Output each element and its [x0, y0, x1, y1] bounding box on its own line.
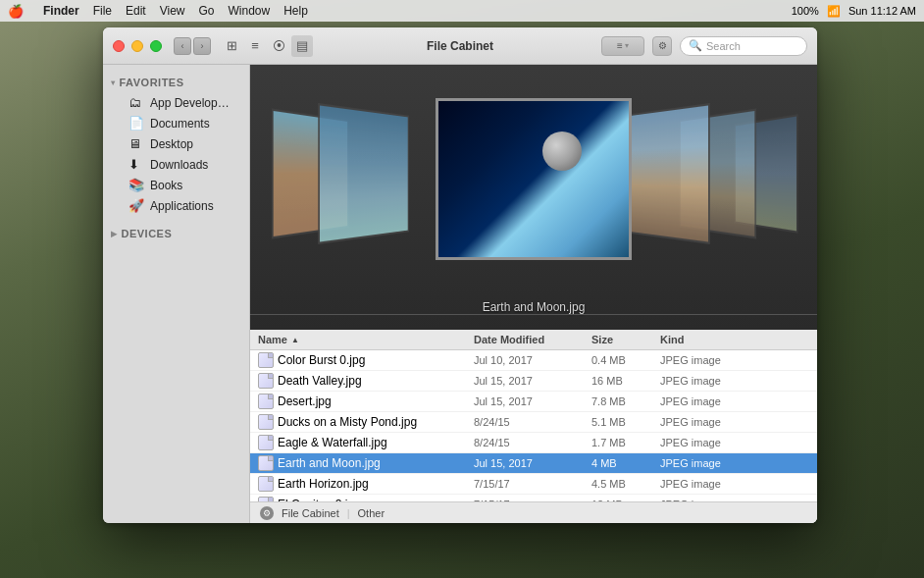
sidebar-item-app-development[interactable]: 🗂 App Development [107, 92, 245, 113]
file-size: 1.7 MB [591, 437, 660, 448]
status-gear-button[interactable]: ⚙ [260, 506, 274, 520]
file-name-cell: Color Burst 0.jpg [258, 352, 474, 368]
file-kind: JPEG image [660, 416, 809, 428]
menubar-battery: 100% [792, 5, 819, 17]
sidebar-item-books[interactable]: 📚 Books [107, 175, 245, 195]
view-buttons: ⊞ ≡ ⦿ ▤ [221, 35, 313, 57]
search-box[interactable]: 🔍 Search [680, 36, 807, 56]
file-name: Earth Horizon.jpg [278, 477, 474, 491]
menubar-view[interactable]: View [160, 4, 185, 18]
file-size: 7.8 MB [591, 395, 660, 407]
table-row[interactable]: Eagle & Waterfall.jpg 8/24/15 1.7 MB JPE… [250, 433, 817, 453]
el-capitan-image [620, 105, 708, 241]
back-button[interactable]: ‹ [174, 37, 191, 55]
menubar-window[interactable]: Window [229, 4, 271, 18]
table-row[interactable]: Desert.jpg Jul 15, 2017 7.8 MB JPEG imag… [250, 392, 817, 412]
minimize-button[interactable] [131, 40, 143, 52]
maximize-button[interactable] [150, 40, 162, 52]
menubar: 🍎 Finder File Edit View Go Window Help 1… [0, 0, 924, 22]
menubar-wifi: 📶 [827, 5, 841, 18]
sidebar-item-label: App Development [150, 96, 235, 110]
file-kind: JPEG image [660, 437, 809, 448]
jpeg-icon [258, 414, 274, 430]
file-name-cell: Desert.jpg [258, 394, 474, 409]
table-row[interactable]: Earth and Moon.jpg Jul 15, 2017 4 MB JPE… [250, 453, 817, 474]
applications-icon: 🚀 [128, 198, 144, 213]
nav-buttons: ‹ › [174, 37, 211, 55]
sort-button[interactable]: ≡▾ [601, 36, 644, 56]
search-placeholder: Search [706, 40, 741, 52]
ducks-image [320, 105, 408, 241]
view-list-button[interactable]: ≡ [244, 35, 266, 57]
cf-item-center[interactable] [436, 98, 632, 260]
titlebar: ‹ › ⊞ ≡ ⦿ ▤ File Cabinet ≡▾ ⚙ 🔍 Search [103, 27, 817, 65]
sidebar-item-label: Desktop [150, 137, 193, 151]
table-row[interactable]: Earth Horizon.jpg 7/15/17 4.5 MB JPEG im… [250, 474, 817, 495]
menubar-go[interactable]: Go [199, 4, 215, 18]
jpeg-icon [258, 373, 274, 389]
file-name: Desert.jpg [278, 394, 474, 408]
content-pane: Earth and Moon.jpg Name ▲ Date Modified … [250, 65, 817, 523]
menubar-edit[interactable]: Edit [126, 4, 146, 18]
books-icon: 📚 [128, 178, 144, 192]
jpeg-icon [258, 435, 274, 450]
file-name: Earth and Moon.jpg [278, 456, 474, 470]
sidebar-item-desktop[interactable]: 🖥 Desktop [107, 133, 245, 154]
table-row[interactable]: Color Burst 0.jpg Jul 10, 2017 0.4 MB JP… [250, 350, 817, 371]
forward-button[interactable]: › [193, 37, 211, 55]
file-date: 8/24/15 [474, 437, 591, 448]
sidebar-item-label: Documents [150, 117, 210, 131]
table-row[interactable]: El Capitan 2.jpg 7/15/17 12 MB JPEG imag… [250, 495, 817, 501]
file-name-cell: Earth Horizon.jpg [258, 476, 474, 492]
file-kind: JPEG image [660, 354, 809, 366]
sidebar: ▾ Favorites 🗂 App Development 📄 Document… [103, 65, 250, 523]
jpeg-icon [258, 497, 274, 501]
traffic-lights [113, 40, 162, 52]
menubar-time: Sun 11:12 AM [848, 5, 916, 17]
sidebar-item-downloads[interactable]: ⬇ Downloads [107, 154, 245, 175]
file-name: Death Valley.jpg [278, 374, 474, 388]
view-column-button[interactable]: ⦿ [268, 35, 289, 57]
toolbar-right: ≡▾ ⚙ 🔍 Search [601, 36, 807, 56]
search-icon: 🔍 [689, 39, 702, 52]
col-header-kind[interactable]: Kind [660, 334, 809, 345]
col-header-name[interactable]: Name ▲ [258, 334, 474, 345]
main-content: ▾ Favorites 🗂 App Development 📄 Document… [103, 65, 817, 523]
sidebar-item-label: Downloads [150, 158, 208, 172]
documents-icon: 📄 [128, 116, 144, 131]
col-header-date[interactable]: Date Modified [474, 334, 591, 345]
cf-item-left1[interactable] [318, 103, 409, 244]
sidebar-item-label: Books [150, 179, 182, 192]
menubar-help[interactable]: Help [283, 4, 308, 18]
table-row[interactable]: Ducks on a Misty Pond.jpg 8/24/15 5.1 MB… [250, 412, 817, 433]
menubar-finder[interactable]: Finder [43, 4, 79, 18]
file-name: Ducks on a Misty Pond.jpg [278, 415, 474, 429]
sidebar-item-documents[interactable]: 📄 Documents [107, 113, 245, 133]
desktop-icon: 🖥 [128, 136, 144, 151]
cf-item-right1[interactable] [619, 103, 710, 244]
col-header-size[interactable]: Size [591, 334, 660, 345]
file-name-cell: Eagle & Waterfall.jpg [258, 435, 474, 450]
file-date: 7/15/17 [474, 478, 591, 490]
file-name: Eagle & Waterfall.jpg [278, 436, 474, 449]
action-button[interactable]: ⚙ [652, 36, 672, 56]
table-row[interactable]: Death Valley.jpg Jul 15, 2017 16 MB JPEG… [250, 371, 817, 392]
status-folder-name: File Cabinet [282, 507, 339, 519]
sidebar-item-applications[interactable]: 🚀 Applications [107, 195, 245, 216]
file-size: 4 MB [591, 457, 660, 469]
file-date: Jul 15, 2017 [474, 457, 591, 469]
file-rows-container: Color Burst 0.jpg Jul 10, 2017 0.4 MB JP… [250, 350, 817, 501]
status-divider: | [347, 507, 350, 519]
view-icon-button[interactable]: ⊞ [221, 35, 242, 57]
status-bar: ⚙ File Cabinet | Other [250, 501, 817, 523]
file-kind: JPEG image [660, 457, 809, 469]
sidebar-favorites-header: ▾ Favorites [103, 73, 249, 92]
downloads-icon: ⬇ [128, 157, 144, 172]
view-coverflow-button[interactable]: ▤ [291, 35, 313, 57]
menubar-file[interactable]: File [93, 4, 112, 18]
close-button[interactable] [113, 40, 125, 52]
file-name-cell: Death Valley.jpg [258, 373, 474, 389]
apple-menu[interactable]: 🍎 [8, 4, 24, 19]
folder-icon: 🗂 [128, 95, 144, 110]
gallery-selected-label: Earth and Moon.jpg [483, 300, 586, 314]
